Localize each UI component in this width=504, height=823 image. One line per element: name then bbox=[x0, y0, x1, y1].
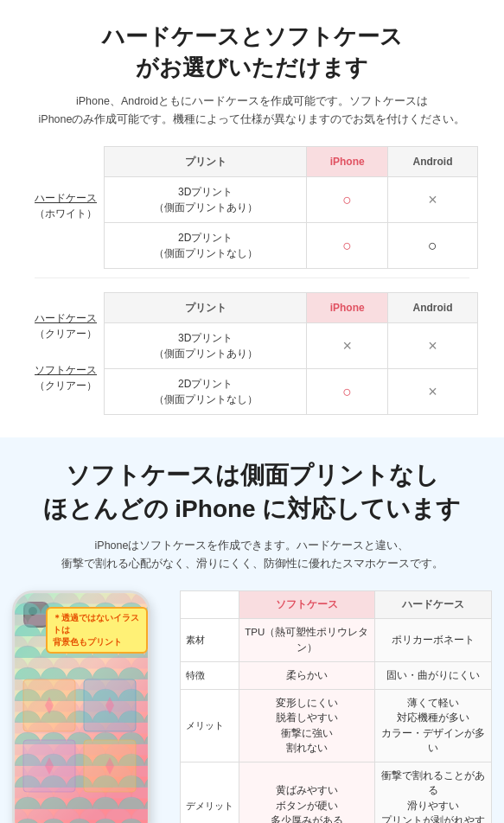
row-4-label: 2Dプリント（側面プリントなし） bbox=[105, 369, 307, 415]
bottom-title: ソフトケースは側面プリントなしほとんどの iPhone に対応しています bbox=[0, 458, 504, 526]
row-2-label: 2Dプリント（側面プリントなし） bbox=[105, 223, 307, 269]
comp-row-demerit: デメリット 黄ばみやすいボタンが硬い多少厚みがある 衝撃で割れることがある滑りや… bbox=[181, 762, 492, 823]
bottom-section: ソフトケースは側面プリントなしほとんどの iPhone に対応しています iPh… bbox=[0, 437, 504, 823]
soft-clear-label-main: ソフトケース bbox=[35, 364, 97, 376]
comp-th-empty bbox=[181, 591, 239, 619]
th-print-1: プリント bbox=[105, 147, 307, 177]
comp-th-soft: ソフトケース bbox=[239, 591, 375, 619]
top-section: ハードケースとソフトケースがお選びいただけます iPhone、Androidとも… bbox=[0, 0, 504, 437]
row-4-iphone: ○ bbox=[307, 369, 387, 415]
table-block-2: ハードケース （クリアー） ソフトケース （クリアー） プリント iPhone … bbox=[17, 292, 487, 424]
table-row: 2Dプリント（側面プリントなし） ○ × bbox=[105, 369, 478, 415]
hard-clear-label-sub: （クリアー） bbox=[35, 328, 97, 340]
table-row: 2Dプリント（側面プリントなし） ○ ○ bbox=[105, 223, 478, 269]
comp-hard-feature: 固い・曲がりにくい bbox=[374, 661, 491, 689]
comp-soft-demerit: 黄ばみやすいボタンが硬い多少厚みがある bbox=[239, 762, 375, 823]
comp-hard-material: ポリカーボネート bbox=[374, 619, 491, 662]
label-group-2: ハードケース （クリアー） ソフトケース （クリアー） bbox=[35, 310, 97, 397]
row-3-label: 3Dプリント（側面プリントあり） bbox=[105, 323, 307, 369]
th-iphone-2: iPhone bbox=[307, 293, 387, 323]
th-android-1: Android bbox=[387, 147, 477, 177]
table-2: プリント iPhone Android 3Dプリント（側面プリントあり） × ×… bbox=[104, 292, 478, 415]
comp-row-merit: メリット 変形しにくい脱着しやすい衝撃に強い割れない 薄くて軽い対応機種が多いカ… bbox=[181, 690, 492, 762]
table-row: 3Dプリント（側面プリントあり） ○ × bbox=[105, 177, 478, 223]
table-1: プリント iPhone Android 3Dプリント（側面プリントあり） ○ ×… bbox=[104, 146, 478, 269]
row-3-iphone: × bbox=[307, 323, 387, 369]
row-1-android: × bbox=[387, 177, 477, 223]
comp-label-feature: 特徴 bbox=[181, 661, 239, 689]
hard-clear-label-main: ハードケース bbox=[35, 312, 97, 324]
comparison-table: ソフトケース ハードケース 素材 TPU（熱可塑性ポリウレタン） ポリカーボネー… bbox=[180, 590, 492, 823]
th-print-2: プリント bbox=[105, 293, 307, 323]
table-block-1: ハードケース （ホワイト） プリント iPhone Android 3Dプリント… bbox=[17, 146, 487, 278]
hard-clear-label: ハードケース （クリアー） bbox=[35, 310, 97, 341]
comp-soft-feature: 柔らかい bbox=[239, 661, 375, 689]
row-1-label: 3Dプリント（側面プリントあり） bbox=[105, 177, 307, 223]
main-title: ハードケースとソフトケースがお選びいただけます bbox=[17, 21, 487, 84]
phone-notice: ＊透過ではないイラストは背景色もプリント bbox=[46, 607, 148, 654]
comp-hard-demerit: 衝撃で割れることがある滑りやすいプリントが剥がれやすい bbox=[374, 762, 491, 823]
row-2-android: ○ bbox=[387, 223, 477, 269]
row-3-android: × bbox=[387, 323, 477, 369]
th-iphone-1: iPhone bbox=[307, 147, 387, 177]
comp-soft-material: TPU（熱可塑性ポリウレタン） bbox=[239, 619, 375, 662]
table-row: 3Dプリント（側面プリントあり） × × bbox=[105, 323, 478, 369]
bottom-content: ＊透過ではないイラストは背景色もプリント ※ソフトケースへのプリントイメージ ソ… bbox=[0, 590, 504, 823]
label-group-1: ハードケース （ホワイト） bbox=[35, 190, 97, 225]
phone-image: ＊透過ではないイラストは背景色もプリント bbox=[12, 590, 150, 823]
soft-clear-label-sub: （クリアー） bbox=[35, 380, 97, 392]
comp-row-material: 素材 TPU（熱可塑性ポリウレタン） ポリカーボネート bbox=[181, 619, 492, 662]
phone-area: ＊透過ではないイラストは背景色もプリント ※ソフトケースへのプリントイメージ bbox=[12, 590, 168, 823]
th-android-2: Android bbox=[387, 293, 477, 323]
row-2-iphone: ○ bbox=[307, 223, 387, 269]
bottom-desc: iPhoneはソフトケースを作成できます。ハードケースと違い、 衝撃で割れる心配… bbox=[0, 537, 504, 574]
comp-row-feature: 特徴 柔らかい 固い・曲がりにくい bbox=[181, 661, 492, 689]
comp-label-material: 素材 bbox=[181, 619, 239, 662]
sub-description: iPhone、Androidともにハードケースを作成可能です。ソフトケースは i… bbox=[17, 93, 487, 130]
row-4-android: × bbox=[387, 369, 477, 415]
row-1-iphone: ○ bbox=[307, 177, 387, 223]
hard-white-label: ハードケース （ホワイト） bbox=[35, 190, 97, 221]
comp-label-merit: メリット bbox=[181, 690, 239, 762]
comp-th-hard: ハードケース bbox=[374, 591, 491, 619]
comp-label-demerit: デメリット bbox=[181, 762, 239, 823]
comparison-table-area: ソフトケース ハードケース 素材 TPU（熱可塑性ポリウレタン） ポリカーボネー… bbox=[180, 590, 492, 823]
soft-clear-label: ソフトケース （クリアー） bbox=[35, 362, 97, 393]
comp-hard-merit: 薄くて軽い対応機種が多いカラー・デザインが多い bbox=[374, 690, 491, 762]
hard-white-label-main: ハードケース bbox=[35, 192, 97, 204]
hard-white-label-sub: （ホワイト） bbox=[35, 207, 97, 220]
separator-1 bbox=[35, 278, 469, 278]
comp-soft-merit: 変形しにくい脱着しやすい衝撃に強い割れない bbox=[239, 690, 375, 762]
